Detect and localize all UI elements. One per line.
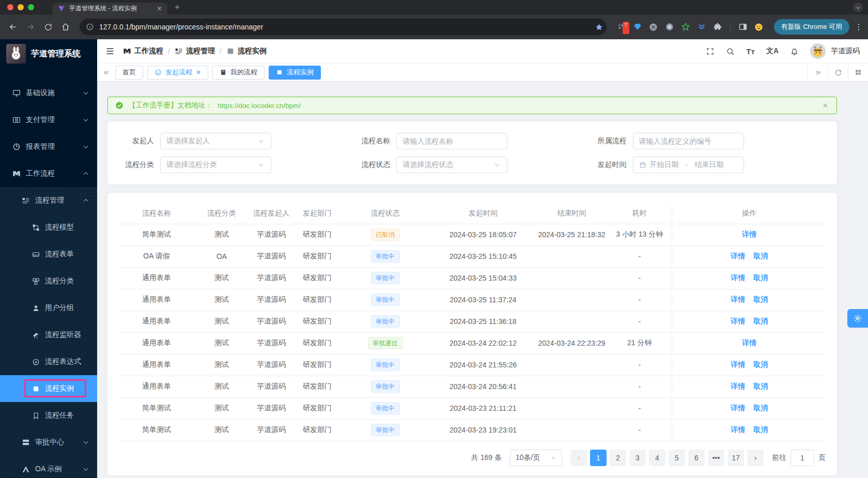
sidebar-item-infrastructure[interactable]: 基础设施 bbox=[0, 80, 97, 106]
tab-home[interactable]: 首页 bbox=[115, 66, 143, 80]
sidebar-item-payment[interactable]: 支付管理 bbox=[0, 106, 97, 133]
sidebar-item-approve-center[interactable]: 审批中心 bbox=[0, 429, 97, 456]
bookmark-star-icon[interactable] bbox=[595, 23, 603, 32]
chevrons-right-icon[interactable] bbox=[808, 64, 828, 81]
create-time-daterange[interactable]: 开始日期-结束日期 bbox=[633, 157, 744, 173]
cancel-link[interactable]: 取消 bbox=[753, 295, 768, 303]
chevrons-left-icon[interactable] bbox=[102, 69, 110, 76]
process-name-input[interactable] bbox=[402, 137, 501, 145]
category-select[interactable]: 请选择流程分类 bbox=[160, 157, 271, 173]
cancel-link[interactable]: 取消 bbox=[753, 273, 768, 282]
page-button[interactable]: 2 bbox=[610, 450, 626, 466]
sidebar-item-process-task[interactable]: 流程任务 bbox=[0, 402, 97, 429]
sidebar-item-process-manage[interactable]: 流程管理 bbox=[0, 187, 97, 214]
detail-link[interactable]: 详情 bbox=[731, 404, 745, 412]
breadcrumb-item[interactable]: 流程实例 bbox=[226, 47, 267, 56]
detail-link[interactable]: 详情 bbox=[731, 273, 745, 282]
prev-page-button[interactable]: ‹ bbox=[570, 450, 587, 466]
chrome-update-chip[interactable]: 有新版 Chrome 可用 bbox=[774, 19, 849, 35]
detail-link[interactable]: 详情 bbox=[731, 295, 745, 303]
extension-blocks-icon[interactable]: 7 bbox=[616, 21, 627, 33]
sidebar-item-process-category[interactable]: 流程分类 bbox=[0, 268, 97, 295]
doc-link[interactable]: https://doc.iocoder.cn/bpm/ bbox=[218, 102, 301, 110]
cancel-link[interactable]: 取消 bbox=[753, 382, 768, 390]
forward-button[interactable] bbox=[23, 19, 38, 35]
extension-green-star-icon[interactable] bbox=[680, 21, 691, 33]
detail-link[interactable]: 详情 bbox=[731, 382, 745, 390]
browser-tab[interactable]: 芋道管理系统 - 流程实例 ✕ bbox=[53, 3, 167, 14]
sidebar-item-report[interactable]: 报表管理 bbox=[0, 133, 97, 160]
refresh-icon[interactable] bbox=[828, 64, 848, 81]
alert-close-icon[interactable]: ✕ bbox=[823, 101, 828, 110]
sidebar-collapse-icon[interactable] bbox=[105, 47, 115, 56]
page-button[interactable]: 6 bbox=[688, 450, 705, 466]
sidebar-item-user-group[interactable]: 用户分组 bbox=[0, 295, 97, 321]
side-panel-icon[interactable] bbox=[737, 21, 749, 33]
site-info-icon[interactable] bbox=[86, 23, 94, 31]
close-window-button[interactable] bbox=[7, 4, 13, 10]
cancel-link[interactable]: 取消 bbox=[753, 252, 768, 260]
detail-link[interactable]: 详情 bbox=[731, 360, 745, 368]
page-button[interactable]: 4 bbox=[649, 450, 665, 466]
page-button[interactable]: 17 bbox=[727, 450, 744, 466]
bell-icon[interactable] bbox=[790, 47, 799, 56]
tab-close-icon[interactable]: ✕ bbox=[157, 5, 162, 12]
tab-process-instance[interactable]: 流程实例 bbox=[269, 66, 321, 80]
extension-vue-devtools-icon[interactable] bbox=[696, 21, 707, 33]
sidebar-item-oa-demo[interactable]: OA 示例 bbox=[0, 456, 97, 478]
process-def-input[interactable] bbox=[639, 137, 738, 145]
detail-link[interactable]: 详情 bbox=[742, 230, 756, 238]
starter-select[interactable]: 请选择发起人 bbox=[160, 133, 271, 149]
minimize-window-button[interactable] bbox=[18, 4, 24, 10]
sidebar-item-process-model[interactable]: 流程模型 bbox=[0, 214, 97, 241]
next-page-button[interactable]: › bbox=[747, 450, 764, 466]
extension-gem-icon[interactable] bbox=[632, 21, 643, 33]
back-button[interactable] bbox=[5, 19, 21, 35]
zoom-window-button[interactable] bbox=[28, 4, 34, 10]
sidebar-item-workflow[interactable]: 工作流程 bbox=[0, 160, 97, 187]
fullscreen-icon[interactable] bbox=[706, 47, 715, 56]
cancel-link[interactable]: 取消 bbox=[753, 360, 768, 368]
font-size-icon[interactable]: Tᴛ bbox=[746, 47, 755, 56]
user-name[interactable]: 芋道源码 bbox=[831, 47, 860, 56]
settings-fab-gear-icon[interactable] bbox=[847, 309, 868, 328]
breadcrumb-item[interactable]: 流程管理 bbox=[175, 47, 215, 56]
status-select[interactable]: 请选择流程状态 bbox=[396, 157, 507, 173]
page-ellipsis[interactable]: ••• bbox=[708, 450, 724, 466]
detail-link[interactable]: 详情 bbox=[731, 425, 745, 434]
tab-start-process[interactable]: 发起流程✕ bbox=[147, 66, 208, 80]
sidebar-item-process-listener[interactable]: 流程监听器 bbox=[0, 321, 97, 348]
emoji-extension-icon[interactable] bbox=[753, 21, 765, 33]
layout-grid-icon[interactable] bbox=[848, 64, 868, 81]
browser-menu-icon[interactable]: ⋮ bbox=[855, 22, 863, 32]
tab-my-process[interactable]: 我的流程 bbox=[212, 66, 265, 80]
reload-button[interactable] bbox=[40, 19, 56, 35]
home-button[interactable] bbox=[58, 19, 73, 35]
detail-link[interactable]: 详情 bbox=[731, 252, 745, 260]
page-button[interactable]: 1 bbox=[590, 450, 607, 466]
cancel-link[interactable]: 取消 bbox=[753, 317, 768, 325]
page-button[interactable]: 3 bbox=[629, 450, 646, 466]
address-bar[interactable]: 127.0.0.1/bpm/manager/process-instance/m… bbox=[80, 19, 607, 35]
page-button[interactable]: 5 bbox=[669, 450, 685, 466]
cancel-link[interactable]: 取消 bbox=[753, 425, 768, 434]
user-avatar[interactable] bbox=[810, 43, 826, 59]
goto-page-input[interactable] bbox=[791, 450, 814, 466]
search-icon[interactable] bbox=[726, 47, 735, 56]
tab-search-button[interactable] bbox=[853, 3, 863, 12]
app-logo[interactable]: 芋道管理系统 bbox=[0, 39, 97, 68]
extensions-puzzle-icon[interactable] bbox=[712, 21, 723, 33]
page-size-select[interactable]: 10条/页 bbox=[510, 450, 562, 466]
extension-circle-icon[interactable] bbox=[664, 21, 675, 33]
sidebar-item-process-form[interactable]: 流程表单 bbox=[0, 241, 97, 268]
language-icon[interactable]: 文A bbox=[766, 47, 779, 56]
detail-link[interactable]: 详情 bbox=[731, 317, 745, 325]
sidebar-item-process-expression[interactable]: 流程表达式 bbox=[0, 348, 97, 375]
cancel-link[interactable]: 取消 bbox=[753, 404, 768, 412]
detail-link[interactable]: 详情 bbox=[742, 338, 756, 347]
breadcrumb-item[interactable]: 工作流程 bbox=[123, 47, 163, 56]
sidebar-item-process-instance[interactable]: 流程实例 bbox=[0, 375, 97, 402]
new-tab-button[interactable]: + bbox=[175, 2, 180, 12]
tab-close-icon[interactable]: ✕ bbox=[196, 69, 201, 76]
extension-command-icon[interactable]: ⌘ bbox=[648, 21, 659, 33]
